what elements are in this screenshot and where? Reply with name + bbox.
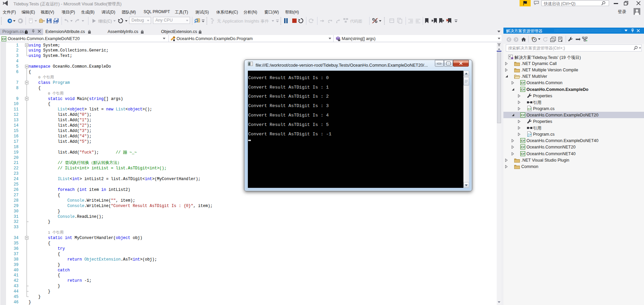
svg-text:C#: C# <box>521 81 525 84</box>
svg-text:C#: C# <box>528 107 531 111</box>
svg-text:C#: C# <box>521 139 525 142</box>
svg-text:C#: C# <box>521 152 525 156</box>
svg-text:C#: C# <box>521 113 525 117</box>
svg-text:C#: C# <box>521 88 525 91</box>
svg-text:C#: C# <box>521 145 525 149</box>
